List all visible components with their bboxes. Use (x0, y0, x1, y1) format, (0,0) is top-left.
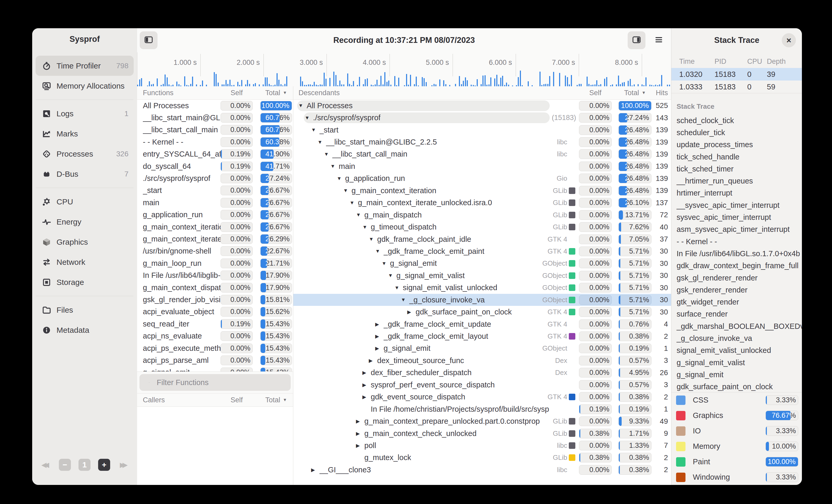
stack-frame[interactable]: sched_clock_tick (671, 114, 802, 127)
functions-column-header[interactable]: Functions (143, 89, 220, 97)
function-row[interactable]: acpi_ns_evaluate0.00%15.43%15.43% (137, 330, 293, 342)
descendant-row[interactable]: ▼g_application_runGio0.00%26.48%26.48%13… (293, 172, 671, 185)
stack-column-header-cpu[interactable]: CPU (747, 57, 767, 65)
stack-frame[interactable]: g_signal_emit_valist (671, 357, 802, 369)
function-row[interactable]: /usr/bin/gnome-shell0.00%22.67%22.67% (137, 245, 293, 257)
seek-backward-button[interactable]: ◀◀ (41, 461, 49, 469)
descendant-row[interactable]: ▶g_main_context_prepare_unlocked.part.0.… (293, 415, 671, 427)
seek-forward-button[interactable]: ▶▶ (120, 461, 128, 469)
stack-column-header-depth[interactable]: Depth (767, 57, 802, 65)
expander-open-icon[interactable]: ▼ (317, 139, 326, 145)
expander-open-icon[interactable]: ▼ (374, 248, 384, 254)
expander-open-icon[interactable]: ▼ (381, 261, 390, 267)
sidebar-item-time-profiler[interactable]: Time Profiler798 (35, 56, 134, 76)
expander-open-icon[interactable]: ▼ (387, 273, 396, 278)
function-row[interactable]: g_signal_emit0.00%15.43%15.43% (137, 366, 293, 371)
function-row[interactable]: acpi_ps_parse_aml0.00%15.43%15.43% (137, 354, 293, 366)
function-row[interactable]: main0.00%26.67%26.67% (137, 197, 293, 208)
descendant-row[interactable]: ▼_g_closure_invoke_vaGObject0.00%5.71%5.… (293, 294, 671, 306)
toggle-right-panel-button[interactable] (628, 31, 646, 49)
expander-open-icon[interactable]: ▼ (336, 176, 345, 181)
expander-closed-icon[interactable]: ▶ (361, 394, 371, 400)
descendants-total-column-header[interactable]: Total▼ (619, 89, 651, 97)
descendant-row[interactable]: ▼signal_emit_valist_unlockedGObject0.00%… (293, 282, 671, 294)
sidebar-item-logs[interactable]: Logs1 (35, 104, 134, 124)
stack-column-header-pid[interactable]: PID (714, 57, 747, 65)
expander-open-icon[interactable]: ▼ (393, 285, 403, 291)
stack-frame[interactable]: hrtimer_interrupt (671, 187, 802, 199)
descendant-row[interactable]: ▶gdk_event_source_dispatchGTK 40.00%0.38… (293, 391, 671, 403)
descendants-self-column-header[interactable]: Self (579, 89, 612, 97)
zoom-level-button[interactable]: 1 (78, 459, 90, 471)
function-row[interactable]: g_main_context_dispatch0.00%17.90%17.90% (137, 282, 293, 293)
callers-column-header[interactable]: Callers (143, 396, 220, 404)
sidebar-item-memory-allocations[interactable]: Memory Allocations (35, 76, 134, 96)
function-row[interactable]: do_syscall_640.19%0.19%41.71%41.71% (137, 160, 293, 172)
expander-closed-icon[interactable]: ▶ (355, 430, 364, 437)
function-row[interactable]: - - Kernel - -0.00%60.38%60.38% (137, 136, 293, 148)
close-stack-trace-button[interactable]: × (782, 33, 796, 47)
descendant-row[interactable]: g_mutex_lockGLib0.38%0.38%0.38%0.38%2 (293, 452, 671, 464)
expander-open-icon[interactable]: ▼ (368, 236, 377, 242)
function-row[interactable]: _start0.00%26.67%26.67% (137, 185, 293, 197)
descendant-row[interactable]: ▼All Processes0.00%100.00%100.00%525 (293, 100, 671, 112)
stack-sample-row[interactable]: 1.033315183059 (671, 81, 802, 93)
descendants-column-header[interactable]: Descendants (298, 89, 579, 97)
function-row[interactable]: g_main_loop_run0.00%21.71%21.71% (137, 257, 293, 269)
stack-frame[interactable]: gsk_renderer_render (671, 284, 802, 296)
stack-frame[interactable]: __sysvec_apic_timer_interrupt (671, 199, 802, 211)
descendant-row[interactable]: ▶_gdk_frame_clock_emit_layoutGTK 40.00%0… (293, 330, 671, 342)
function-row[interactable]: g_application_run0.00%26.67%26.67% (137, 209, 293, 221)
stack-frame[interactable]: asm_sysvec_apic_timer_interrupt (671, 224, 802, 235)
expander-closed-icon[interactable]: ▶ (374, 333, 384, 339)
sidebar-item-graphics[interactable]: Graphics (35, 232, 134, 252)
expander-closed-icon[interactable]: ▶ (406, 309, 416, 315)
toggle-sidebar-button[interactable] (140, 31, 157, 49)
stack-frame[interactable]: tick_sched_handle (671, 151, 802, 163)
stack-frame[interactable]: gsk_gl_renderer_render (671, 272, 802, 284)
stack-frame[interactable]: g_signal_emit (671, 369, 802, 381)
expander-closed-icon[interactable]: ▶ (374, 345, 384, 351)
function-row[interactable]: __libc_start_call_main0.00%60.76%60.76% (137, 124, 293, 136)
function-row[interactable]: ./src/sysprof/sysprof0.00%27.24%27.24% (137, 172, 293, 184)
function-row[interactable]: entry_SYSCALL_64_after_hwframe0.19%0.19%… (137, 148, 293, 160)
descendants-hits-column-header[interactable]: Hits (651, 89, 668, 97)
descendant-row[interactable]: ▼gdk_frame_clock_paint_idleGTK 40.00%7.0… (293, 233, 671, 245)
stack-column-header-time[interactable]: Time (679, 57, 714, 65)
expander-closed-icon[interactable]: ▶ (355, 443, 364, 449)
stack-frame[interactable]: __hrtimer_run_queues (671, 175, 802, 187)
expander-closed-icon[interactable]: ▶ (374, 321, 384, 327)
expander-open-icon[interactable]: ▼ (342, 188, 352, 193)
descendant-row[interactable]: ▼./src/sysprof/sysprof(15183)0.00%27.24%… (293, 112, 671, 124)
callers-self-column-header[interactable]: Self (220, 396, 253, 404)
descendant-row[interactable]: ▶dex_fiber_scheduler_dispatchDex0.00%4.9… (293, 367, 671, 379)
function-row[interactable]: seq_read_iter0.19%0.19%15.43%15.43% (137, 318, 293, 330)
main-menu-button[interactable] (650, 31, 668, 49)
stack-frame[interactable]: _g_closure_invoke_va (671, 332, 802, 344)
stack-frame[interactable]: In File /usr/lib64/libGL.so.1.7.0+0x4b (671, 248, 802, 259)
sidebar-item-energy[interactable]: Energy (35, 212, 134, 232)
stack-frame[interactable]: _gdk_marshal_BOOLEAN__BOXEDv (671, 320, 802, 332)
sidebar-item-d-bus[interactable]: D-Bus7 (35, 164, 134, 184)
expander-open-icon[interactable]: ▼ (330, 163, 339, 169)
descendant-row[interactable]: ▼g_main_context_iterate_unlocked.isra.0G… (293, 197, 671, 209)
sidebar-item-cpu[interactable]: CPU (35, 192, 134, 212)
expander-closed-icon[interactable]: ▶ (361, 382, 371, 388)
sidebar-item-marks[interactable]: Marks (35, 124, 134, 144)
expander-open-icon[interactable]: ▼ (304, 115, 313, 121)
stack-frame[interactable]: signal_emit_valist_unlocked (671, 344, 802, 357)
function-row[interactable]: In File /usr/lib64/libglib-2.0.so0.00%17… (137, 269, 293, 281)
expander-closed-icon[interactable]: ▶ (361, 370, 371, 376)
stack-frame[interactable]: scheduler_tick (671, 127, 802, 139)
expander-closed-icon[interactable]: ▶ (355, 418, 364, 424)
expander-open-icon[interactable]: ▼ (400, 297, 409, 303)
stack-frame[interactable]: sysvec_apic_timer_interrupt (671, 211, 802, 223)
stack-frame[interactable]: tick_sched_timer (671, 163, 802, 175)
sidebar-item-storage[interactable]: Storage (35, 272, 134, 292)
self-column-header[interactable]: Self (220, 89, 253, 97)
descendant-row[interactable]: ▶__GI___clone3libc0.00%0.38%0.38%2 (293, 464, 671, 476)
function-row[interactable]: gsk_gl_render_job_visit_node0.00%15.81%1… (137, 293, 293, 306)
descendant-row[interactable]: ▼g_signal_emitGObject0.00%5.71%5.71%30 (293, 257, 671, 270)
descendant-row[interactable]: ▶g_main_context_check_unlockedGLib0.38%0… (293, 427, 671, 440)
expander-closed-icon[interactable]: ▶ (368, 358, 377, 364)
